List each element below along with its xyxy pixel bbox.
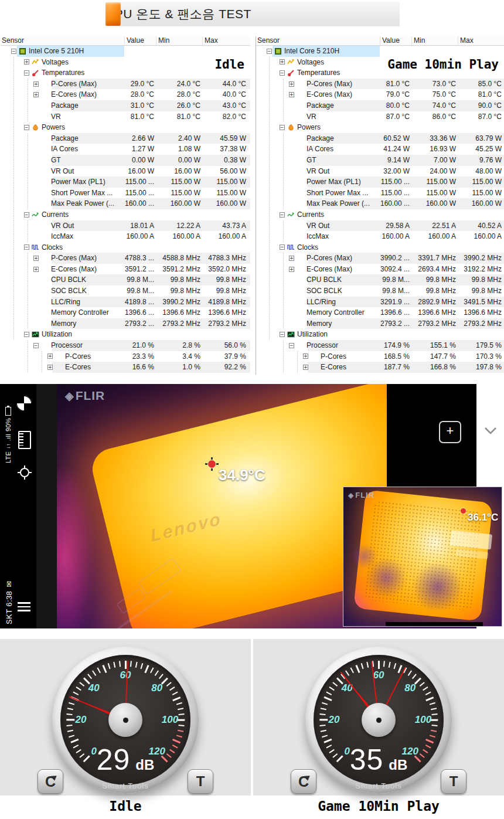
table-row[interactable]: Max Peak Power (...160.00 ...160.00 W160…: [1, 198, 250, 209]
table-row[interactable]: SOC BCLK99.8 M...99.8 MHz99.8 MHz: [1, 286, 250, 297]
table-row[interactable]: Short Power Max ...115.00 ...115.00 W115…: [256, 188, 504, 199]
table-row[interactable]: IccMax160.00 A160.00 A160.00 A: [256, 231, 504, 242]
expand-box[interactable]: +: [303, 354, 308, 359]
column-header-value[interactable]: Value: [124, 36, 156, 45]
collapse-box[interactable]: −: [280, 244, 285, 250]
table-row[interactable]: +P-Cores (Max)81.0 °C73.0 °C85.0 °C: [256, 79, 504, 90]
chevron-down-icon[interactable]: [484, 426, 497, 436]
collapse-box[interactable]: −: [24, 212, 29, 218]
refresh-button[interactable]: C: [291, 769, 316, 794]
table-row[interactable]: SOC BCLK99.8 M...99.8 MHz99.8 MHz: [256, 286, 504, 297]
collapse-box[interactable]: −: [280, 125, 285, 130]
text-mode-button[interactable]: T: [441, 769, 466, 794]
column-header-sensor[interactable]: Sensor: [256, 36, 380, 45]
table-row[interactable]: +P-Cores (Max)29.0 °C24.0 °C44.0 °C: [1, 79, 250, 90]
expand-box[interactable]: +: [47, 354, 53, 359]
collapse-box[interactable]: −: [267, 49, 272, 54]
table-row[interactable]: GT9.14 W7.00 W9.76 W: [256, 155, 504, 166]
table-row[interactable]: −Clocks: [1, 242, 250, 253]
table-row[interactable]: +P-Cores (Max)4788.3 ...4588.8 MHz4788.3…: [1, 253, 250, 264]
table-row[interactable]: +E-Cores (Max)28.0 °C28.0 °C40.0 °C: [1, 89, 250, 100]
table-row[interactable]: −Currents: [256, 209, 504, 220]
table-row[interactable]: −Intel Core 5 210H: [1, 46, 250, 57]
column-header-value[interactable]: Value: [380, 36, 411, 45]
collapse-box[interactable]: −: [280, 212, 285, 218]
collapse-box[interactable]: −: [280, 70, 285, 76]
table-row[interactable]: Power Max (PL1)115.00 ...115.00 W115.00 …: [256, 176, 504, 188]
column-header-max[interactable]: Max: [202, 36, 248, 45]
palette-contrast-icon[interactable]: [16, 396, 32, 411]
table-row[interactable]: Package2.66 W2.40 W45.59 W: [1, 133, 250, 144]
collapse-box[interactable]: −: [24, 70, 29, 76]
refresh-button[interactable]: C: [38, 769, 63, 794]
table-row[interactable]: +E-Cores (Max)79.0 °C75.0 °C81.0 °C: [256, 89, 504, 100]
table-row[interactable]: Memory2793.2 ...2793.2 MHz2793.2 MHz: [1, 318, 250, 329]
table-row[interactable]: −Clocks: [256, 242, 504, 253]
expand-box[interactable]: +: [289, 267, 294, 272]
expand-box[interactable]: +: [303, 365, 308, 370]
ruler-icon[interactable]: [18, 431, 31, 449]
expand-box[interactable]: +: [47, 365, 53, 370]
table-row[interactable]: CPU BCLK99.8 M...99.8 MHz99.8 MHz: [256, 274, 504, 286]
table-row[interactable]: IA Cores41.24 W16.93 W45.25 W: [256, 144, 504, 155]
collapse-box[interactable]: −: [24, 244, 29, 250]
collapse-box[interactable]: −: [289, 343, 294, 348]
collapse-box[interactable]: −: [11, 49, 16, 54]
table-row[interactable]: −Powers: [1, 122, 250, 133]
collapse-box[interactable]: −: [280, 332, 285, 337]
table-row[interactable]: −Utilization: [1, 329, 250, 340]
expand-box[interactable]: +: [280, 59, 285, 64]
spot-meter-icon[interactable]: [17, 465, 32, 480]
table-row[interactable]: +E-Cores (Max)3591.2 ...3591.2 MHz3592.0…: [1, 264, 250, 275]
table-row[interactable]: +Voltages: [1, 57, 250, 68]
expand-box[interactable]: +: [289, 81, 294, 87]
table-row[interactable]: −Processor174.9 %155.1 %179.5 %: [256, 340, 504, 351]
table-row[interactable]: −Processor21.0 %2.8 %56.0 %: [1, 340, 250, 351]
table-row[interactable]: VR Out16.00 W16.00 W56.00 W: [1, 166, 250, 177]
table-row[interactable]: IccMax160.00 A160.00 A160.00 A: [1, 231, 250, 242]
expand-box[interactable]: +: [33, 256, 39, 261]
table-row[interactable]: LLC/Ring3291.9 ...2892.9 MHz3491.5 MHz: [256, 297, 504, 308]
table-row[interactable]: −Temperatures: [1, 67, 250, 79]
column-header-min[interactable]: Min: [156, 36, 202, 45]
text-mode-button[interactable]: T: [188, 769, 213, 794]
table-row[interactable]: +E-Cores187.7 %166.8 %197.8 %: [256, 362, 504, 373]
table-row[interactable]: Package60.52 W33.36 W63.79 W: [256, 133, 504, 144]
expand-box[interactable]: +: [289, 256, 294, 261]
column-header-sensor[interactable]: Sensor: [1, 36, 124, 45]
table-row[interactable]: IA Cores1.27 W1.08 W37.38 W: [1, 144, 250, 155]
expand-box[interactable]: +: [33, 267, 39, 272]
collapse-box[interactable]: −: [24, 125, 29, 130]
collapse-box[interactable]: −: [33, 343, 39, 348]
table-row[interactable]: −Intel Core 5 210H: [256, 46, 504, 57]
table-row[interactable]: Max Peak Power (...160.00 ...160.00 W160…: [256, 198, 504, 209]
table-row[interactable]: VR Out32.00 W24.00 W48.00 W: [256, 166, 504, 177]
table-row[interactable]: VR Out29.58 A22.51 A40.52 A: [256, 220, 504, 232]
table-row[interactable]: +P-Cores23.3 %3.4 %37.9 %: [1, 351, 250, 362]
table-row[interactable]: VR81.0 °C81.0 °C82.0 °C: [1, 111, 250, 123]
table-row[interactable]: +E-Cores (Max)3092.4 ...2693.4 MHz3192.2…: [256, 264, 504, 275]
table-row[interactable]: Memory2793.2 ...2793.2 MHz2793.2 MHz: [256, 318, 504, 329]
table-row[interactable]: −Powers: [256, 122, 504, 133]
table-row[interactable]: GT0.00 W0.00 W0.38 W: [1, 155, 250, 166]
table-row[interactable]: CPU BCLK99.8 M...99.8 MHz99.8 MHz: [1, 274, 250, 286]
table-row[interactable]: Short Power Max ...115.00 ...115.00 W115…: [1, 188, 250, 199]
column-header-min[interactable]: Min: [411, 36, 458, 45]
table-row[interactable]: Memory Controller1396.6 ...1396.6 MHz139…: [256, 307, 504, 318]
table-row[interactable]: +E-Cores16.6 %1.0 %92.2 %: [1, 362, 250, 373]
table-row[interactable]: Package31.0 °C26.0 °C43.0 °C: [1, 100, 250, 111]
table-row[interactable]: Package80.0 °C74.0 °C90.0 °C: [256, 100, 504, 111]
table-row[interactable]: −Currents: [1, 209, 250, 220]
table-row[interactable]: Memory Controller1396.6 ...1396.6 MHz139…: [1, 307, 250, 318]
table-row[interactable]: VR87.0 °C86.0 °C87.0 °C: [256, 111, 504, 123]
table-row[interactable]: −Utilization: [256, 329, 504, 340]
table-row[interactable]: LLC/Ring4189.8 ...3990.2 MHz4189.8 MHz: [1, 297, 250, 308]
expand-box[interactable]: +: [24, 59, 29, 64]
table-row[interactable]: +P-Cores168.5 %147.7 %170.3 %: [256, 351, 504, 362]
table-row[interactable]: Power Max (PL1)115.00 ...115.00 W115.00 …: [1, 176, 250, 188]
add-measurement-button[interactable]: +: [439, 421, 461, 443]
expand-box[interactable]: +: [33, 81, 39, 87]
expand-box[interactable]: +: [33, 92, 39, 97]
column-header-max[interactable]: Max: [458, 36, 503, 45]
table-row[interactable]: +P-Cores (Max)3990.2 ...3391.7 MHz3990.2…: [256, 253, 504, 264]
